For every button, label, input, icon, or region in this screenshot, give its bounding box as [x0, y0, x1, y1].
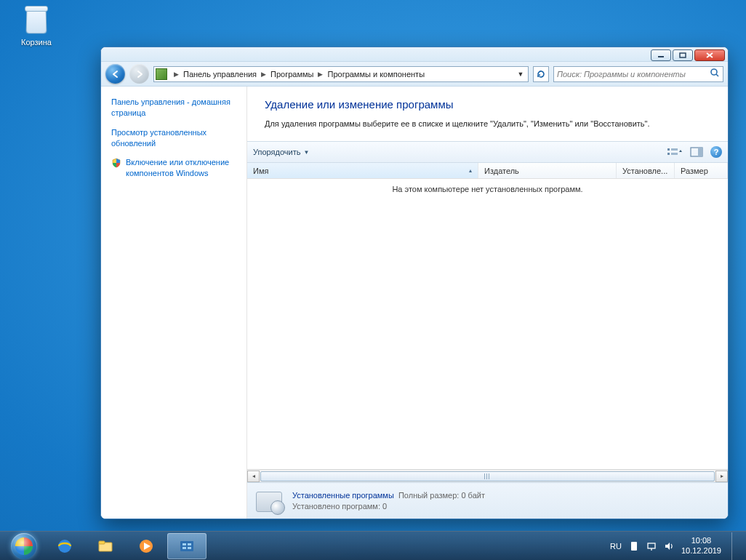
- taskbar: RU 10:08 10.12.2019: [0, 531, 746, 560]
- svg-rect-16: [180, 541, 193, 551]
- chevron-down-icon: ▼: [303, 149, 309, 156]
- sort-indicator-icon: ▴: [469, 167, 472, 174]
- window-body: Панель управления - домашняя страница Пр…: [101, 87, 728, 519]
- scroll-track[interactable]: [260, 471, 715, 482]
- list-empty-message: На этом компьютере нет установленных про…: [247, 179, 728, 469]
- sidebar-link-home[interactable]: Панель управления - домашняя страница: [111, 97, 239, 119]
- scroll-left-button[interactable]: ◂: [247, 471, 260, 482]
- sidebar: Панель управления - домашняя страница Пр…: [101, 87, 246, 519]
- search-input[interactable]: Поиск: Программы и компоненты: [553, 66, 723, 82]
- control-panel-window: ▶ Панель управления ▶ Программы ▶ Програ…: [100, 47, 729, 519]
- back-button[interactable]: [105, 64, 125, 84]
- svg-rect-19: [183, 547, 186, 549]
- navigation-bar: ▶ Панель управления ▶ Программы ▶ Програ…: [101, 62, 728, 87]
- clock-time: 10:08: [681, 536, 721, 546]
- search-placeholder: Поиск: Программы и компоненты: [557, 70, 686, 79]
- column-header-publisher[interactable]: Издатель: [478, 163, 617, 178]
- refresh-button[interactable]: [533, 66, 549, 82]
- help-button[interactable]: ?: [710, 146, 722, 158]
- windows-logo-icon: [11, 533, 37, 559]
- desktop: Корзина ▶ Панель управления ▶ Программы …: [0, 0, 746, 560]
- sidebar-link-windows-features[interactable]: Включение или отключение компонентов Win…: [111, 157, 239, 179]
- column-headers: Имя▴ Издатель Установле... Размер: [247, 163, 728, 179]
- page-subtitle: Для удаления программы выберите ее в спи…: [265, 119, 710, 128]
- svg-rect-11: [698, 148, 702, 156]
- volume-icon[interactable]: [664, 541, 674, 551]
- preview-pane-button[interactable]: [689, 145, 705, 159]
- svg-point-12: [58, 540, 71, 553]
- forward-button[interactable]: [129, 64, 149, 84]
- column-header-size[interactable]: Размер: [675, 163, 728, 178]
- language-indicator[interactable]: RU: [610, 542, 622, 551]
- taskbar-item-media-player[interactable]: [127, 533, 166, 559]
- programs-list: Имя▴ Издатель Установле... Размер На это…: [247, 163, 728, 482]
- list-toolbar: Упорядочить▼ ?: [247, 141, 728, 163]
- breadcrumb-separator-icon: ▶: [261, 71, 266, 78]
- svg-rect-20: [188, 547, 191, 549]
- scroll-thumb[interactable]: [260, 471, 715, 481]
- scroll-right-button[interactable]: ▸: [715, 471, 728, 482]
- svg-rect-9: [671, 153, 678, 155]
- status-line-2: Установлено программ: 0: [292, 502, 485, 511]
- network-icon[interactable]: [646, 541, 657, 551]
- system-tray: RU 10:08 10.12.2019: [610, 532, 742, 560]
- control-panel-icon: [156, 68, 167, 80]
- taskbar-item-explorer[interactable]: [86, 533, 125, 559]
- taskbar-item-control-panel[interactable]: [167, 533, 206, 559]
- svg-rect-6: [667, 148, 670, 151]
- svg-rect-14: [99, 541, 105, 544]
- svg-rect-8: [671, 148, 678, 151]
- address-dropdown-icon[interactable]: ▼: [515, 71, 526, 78]
- minimize-button[interactable]: [651, 49, 671, 61]
- recycle-bin-label: Корзина: [10, 38, 63, 47]
- svg-rect-1: [680, 53, 686, 57]
- shield-icon: [111, 158, 121, 168]
- breadcrumb-item[interactable]: Панель управления: [183, 68, 257, 80]
- status-line-1: Установленные программы Полный размер: 0…: [292, 491, 485, 500]
- column-header-name[interactable]: Имя▴: [247, 163, 478, 178]
- svg-rect-17: [183, 543, 186, 545]
- svg-rect-18: [188, 543, 191, 545]
- breadcrumb-separator-icon: ▶: [318, 71, 323, 78]
- recycle-bin-icon: [22, 4, 51, 36]
- breadcrumb-item[interactable]: Программы: [270, 68, 314, 80]
- sidebar-link-updates[interactable]: Просмотр установленных обновлений: [111, 127, 239, 149]
- view-options-button[interactable]: [667, 145, 683, 159]
- main-panel: Удаление или изменение программы Для уда…: [246, 87, 728, 519]
- clock[interactable]: 10:08 10.12.2019: [681, 536, 721, 556]
- status-bar: Установленные программы Полный размер: 0…: [247, 482, 728, 519]
- show-desktop-button[interactable]: [731, 532, 739, 560]
- taskbar-item-ie[interactable]: [45, 533, 84, 559]
- svg-rect-7: [667, 153, 670, 155]
- svg-rect-22: [648, 543, 655, 548]
- breadcrumb-item[interactable]: Программы и компоненты: [326, 68, 425, 80]
- page-title: Удаление или изменение программы: [265, 98, 710, 111]
- action-center-icon[interactable]: [629, 541, 639, 551]
- content-header: Удаление или изменение программы Для уда…: [247, 87, 728, 141]
- breadcrumb-separator-icon: ▶: [174, 71, 179, 78]
- organize-button[interactable]: Упорядочить▼: [253, 148, 309, 156]
- start-button[interactable]: [4, 532, 44, 560]
- search-icon: [710, 68, 720, 80]
- programs-icon: [254, 487, 285, 515]
- svg-rect-21: [631, 542, 637, 551]
- recycle-bin[interactable]: Корзина: [10, 4, 63, 47]
- clock-date: 10.12.2019: [681, 546, 721, 556]
- titlebar[interactable]: [101, 47, 728, 62]
- address-bar[interactable]: ▶ Панель управления ▶ Программы ▶ Програ…: [153, 66, 529, 82]
- svg-line-5: [716, 74, 718, 76]
- maximize-button[interactable]: [673, 49, 693, 61]
- close-button[interactable]: [694, 49, 725, 61]
- column-header-installed[interactable]: Установле...: [617, 163, 675, 178]
- horizontal-scrollbar[interactable]: ◂ ▸: [247, 469, 728, 482]
- svg-point-4: [711, 69, 717, 75]
